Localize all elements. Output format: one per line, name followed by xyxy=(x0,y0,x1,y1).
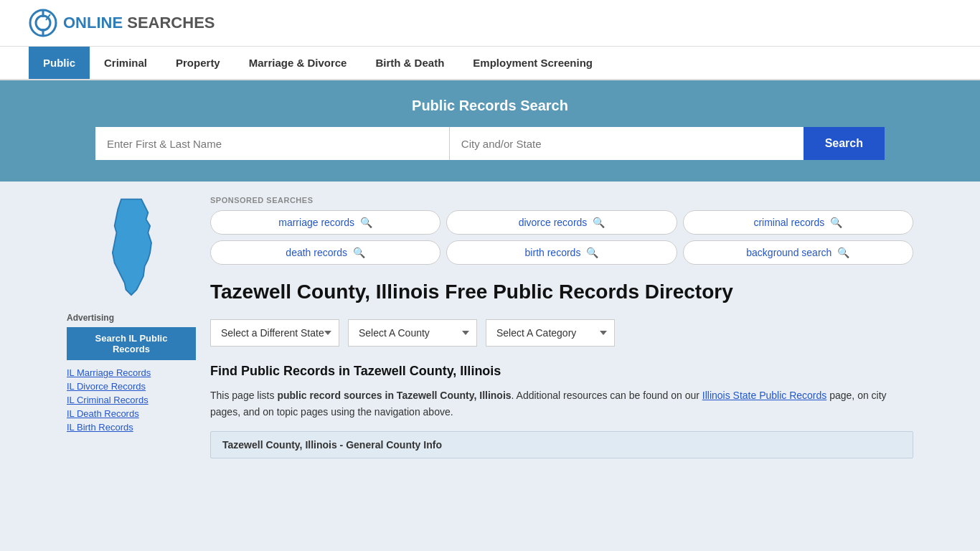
county-info-bar: Tazewell County, Illinois - General Coun… xyxy=(210,431,913,458)
find-records-description: This page lists public record sources in… xyxy=(210,387,913,420)
sponsored-criminal-label: criminal records xyxy=(753,217,824,228)
sponsored-marriage-label: marriage records xyxy=(278,217,354,228)
find-desc-bold: public record sources in Tazewell County… xyxy=(277,390,511,401)
main-nav: Public Criminal Property Marriage & Divo… xyxy=(0,47,980,80)
county-dropdown[interactable]: Select A County xyxy=(348,319,477,347)
search-icon-5: 🔍 xyxy=(586,247,598,258)
sidebar-link-death[interactable]: IL Death Records xyxy=(67,408,196,419)
nav-item-marriage-divorce[interactable]: Marriage & Divorce xyxy=(235,47,362,79)
logo-icon xyxy=(29,9,57,37)
location-input[interactable] xyxy=(450,127,804,160)
find-desc-text-1: This page lists xyxy=(210,390,277,401)
search-icon-1: 🔍 xyxy=(360,217,372,228)
sponsored-marriage[interactable]: marriage records 🔍 xyxy=(210,210,440,235)
sponsored-divorce[interactable]: divorce records 🔍 xyxy=(446,210,677,235)
advertising-label: Advertising xyxy=(67,313,196,323)
category-dropdown[interactable]: Select A Category xyxy=(486,319,615,347)
sidebar-link-criminal[interactable]: IL Criminal Records xyxy=(67,395,196,405)
nav-item-public[interactable]: Public xyxy=(29,47,90,79)
nav-item-birth-death[interactable]: Birth & Death xyxy=(361,47,458,79)
sidebar: Advertising Search IL Public Records IL … xyxy=(67,196,210,458)
sponsored-label: SPONSORED SEARCHES xyxy=(210,196,913,204)
sponsored-criminal[interactable]: criminal records 🔍 xyxy=(683,210,913,235)
sidebar-link-divorce[interactable]: IL Divorce Records xyxy=(67,381,196,392)
ad-button[interactable]: Search IL Public Records xyxy=(67,327,196,360)
main-container: Advertising Search IL Public Records IL … xyxy=(45,182,935,473)
page-title: Tazewell County, Illinois Free Public Re… xyxy=(210,279,913,305)
logo-text: ONLINE SEARCHES xyxy=(63,14,215,32)
nav-item-property[interactable]: Property xyxy=(161,47,235,79)
sidebar-link-marriage[interactable]: IL Marriage Records xyxy=(67,367,196,378)
search-form: Search xyxy=(95,127,885,160)
search-banner-title: Public Records Search xyxy=(29,98,951,114)
nav-item-criminal[interactable]: Criminal xyxy=(90,47,161,79)
nav-item-employment[interactable]: Employment Screening xyxy=(458,47,607,79)
sponsored-background[interactable]: background search 🔍 xyxy=(683,240,913,265)
state-map xyxy=(67,196,196,298)
sponsored-birth[interactable]: birth records 🔍 xyxy=(446,240,677,265)
sponsored-divorce-label: divorce records xyxy=(519,217,588,228)
find-records-title: Find Public Records in Tazewell County, … xyxy=(210,364,913,379)
illinois-records-link[interactable]: Illinois State Public Records xyxy=(702,390,827,401)
name-input[interactable] xyxy=(95,127,450,160)
logo-text-searches: SEARCHES xyxy=(127,14,215,32)
logo: ONLINE SEARCHES xyxy=(29,9,215,37)
search-icon-2: 🔍 xyxy=(593,217,605,228)
search-banner: Public Records Search Search xyxy=(0,80,980,182)
search-icon-4: 🔍 xyxy=(353,247,365,258)
sponsored-birth-label: birth records xyxy=(525,247,581,258)
illinois-map xyxy=(95,196,167,296)
state-dropdown[interactable]: Select a Different State xyxy=(210,319,339,347)
header: ONLINE SEARCHES xyxy=(0,0,980,47)
sponsored-death-label: death records xyxy=(286,247,347,258)
search-icon-6: 🔍 xyxy=(837,247,849,258)
content-area: SPONSORED SEARCHES marriage records 🔍 di… xyxy=(210,196,913,458)
search-icon-3: 🔍 xyxy=(830,217,842,228)
sponsored-background-label: background search xyxy=(746,247,831,258)
logo-text-online: ONLINE xyxy=(63,14,123,32)
sidebar-link-birth[interactable]: IL Birth Records xyxy=(67,422,196,433)
search-button[interactable]: Search xyxy=(804,127,885,160)
sponsored-grid: marriage records 🔍 divorce records 🔍 cri… xyxy=(210,210,913,265)
find-desc-text-2: . Additional resources can be found on o… xyxy=(512,390,702,401)
dropdowns-row: Select a Different State Select A County… xyxy=(210,319,913,347)
sponsored-death[interactable]: death records 🔍 xyxy=(210,240,440,265)
